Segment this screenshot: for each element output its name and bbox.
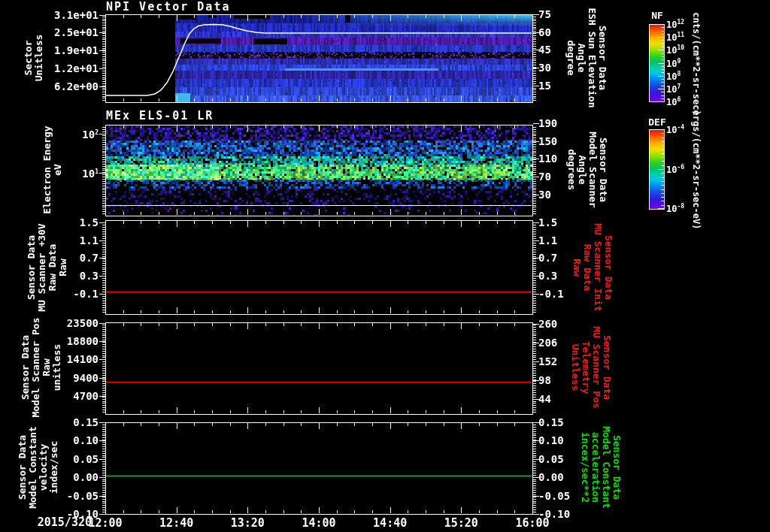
- y-tick-label-right: 98: [538, 375, 551, 385]
- y-tick-label-right: 1.5: [538, 217, 557, 228]
- y-tick-label-right: 0.15: [538, 417, 564, 428]
- y-tick-label-right: 15: [538, 80, 551, 91]
- axis-label-right-model-scanner-pos: Sensor Data MU Scanner Pos Telemetry Uni…: [570, 326, 612, 409]
- y-tick-label-right: 0.05: [538, 454, 564, 464]
- y-tick-label: 3.1e+01: [0, 10, 99, 20]
- y-tick-label-right: 0.10: [538, 435, 564, 446]
- x-tick-label: 15:20: [431, 516, 491, 530]
- x-tick-label: 12:40: [147, 516, 207, 530]
- axis-label-right-model-constant-velocity: Sensor Data Model Constant acceleration …: [580, 426, 622, 509]
- axis-label-left-mu-scanner-30v: Sensor Data MU Scanner +30V Raw Data Raw: [26, 223, 68, 311]
- plot-screen: NPI Vector Data MEx ELS-01 LR NF DEF cnt…: [0, 0, 770, 532]
- y-tick-label-right: 206: [538, 337, 557, 348]
- x-tick-label: 13:20: [217, 516, 277, 530]
- axis-label-right-mu-scanner-30v: Sensor Data MU Scanner Init Raw Data Raw: [571, 223, 614, 311]
- y-tick-label-right: 45: [538, 44, 551, 55]
- y-tick-label-right: 260: [538, 319, 557, 329]
- colorbar-tick-label: 1010: [666, 44, 684, 56]
- els-spectrogram: [106, 125, 532, 216]
- axis-label-right-els: Sensor Data Model Scanner Angle degrees: [566, 131, 608, 208]
- colorbar-tick-label: 1012: [666, 19, 684, 30]
- y-tick-label-right: 70: [538, 171, 551, 182]
- axis-label-left-npi: Sector Unitless: [23, 35, 44, 82]
- x-tick-label: 16:00: [502, 516, 562, 530]
- colorbar-tick-label: 109: [666, 57, 681, 68]
- y-tick-label-right: 190: [538, 118, 557, 128]
- panel-title-els: MEx ELS-01 LR: [106, 109, 214, 122]
- y-tick-label-right: 0.00: [538, 472, 564, 482]
- y-tick-label: 1.9e+01: [0, 45, 99, 56]
- y-tick-label-right: 60: [538, 27, 551, 38]
- x-tick-label: 12:00: [75, 516, 135, 530]
- colorbar-nf-units: cnts/(cm**2-sr-sec): [691, 12, 702, 115]
- panel-title-npi: NPI Vector Data: [106, 0, 230, 14]
- colorbar-tick-label: 10-4: [666, 124, 684, 135]
- x-tick-label: 14:40: [360, 516, 420, 530]
- y-tick-label-right: 0.3: [538, 271, 557, 281]
- colorbar-tick-label: 107: [666, 83, 681, 94]
- y-tick-label: 1.2e+01: [0, 63, 99, 74]
- y-tick-label-right: 152: [538, 356, 557, 367]
- y-tick-label-right: 75: [538, 9, 551, 20]
- y-tick-label-right: -0.05: [538, 491, 570, 501]
- y-tick-label: 6.2e+00: [0, 81, 99, 92]
- y-tick-label-right: 44: [538, 394, 551, 404]
- y-tick-label-right: -0.1: [538, 289, 564, 299]
- colorbar-tick-label: 10-8: [666, 203, 684, 214]
- y-tick-label: 2.5e+01: [0, 27, 99, 38]
- y-tick-label-right: 0.7: [538, 252, 557, 263]
- y-tick-label-right: 150: [538, 136, 557, 147]
- colorbar-tick-label: 1011: [666, 32, 684, 43]
- axis-label-left-els: Electron Energy eV: [42, 125, 63, 213]
- y-tick-label-right: 30: [538, 62, 551, 73]
- colorbar-tick-label: 106: [666, 96, 681, 107]
- y-tick-label-right: 110: [538, 153, 557, 164]
- y-tick-label-right: 1.1: [538, 235, 557, 246]
- npi-spectrogram: [106, 15, 532, 102]
- x-tick-label: 14:00: [289, 516, 349, 530]
- colorbar-tick-label: 10-6: [666, 163, 684, 174]
- axis-label-right-npi: Sensor Data ESH Sun Elevation Angle degr…: [565, 8, 608, 107]
- colorbar-tick-label: 108: [666, 70, 681, 81]
- axis-label-left-model-scanner-pos: Sensor Data Model Scanner Pos Raw unitle…: [20, 317, 62, 417]
- axis-label-left-model-constant-velocity: Sensor Data Model Constant velocity inde…: [17, 426, 59, 509]
- colorbar-def-units: ergs/(cm**2-sr-sec-eV): [691, 110, 702, 230]
- y-tick-label-right: 30: [538, 189, 551, 200]
